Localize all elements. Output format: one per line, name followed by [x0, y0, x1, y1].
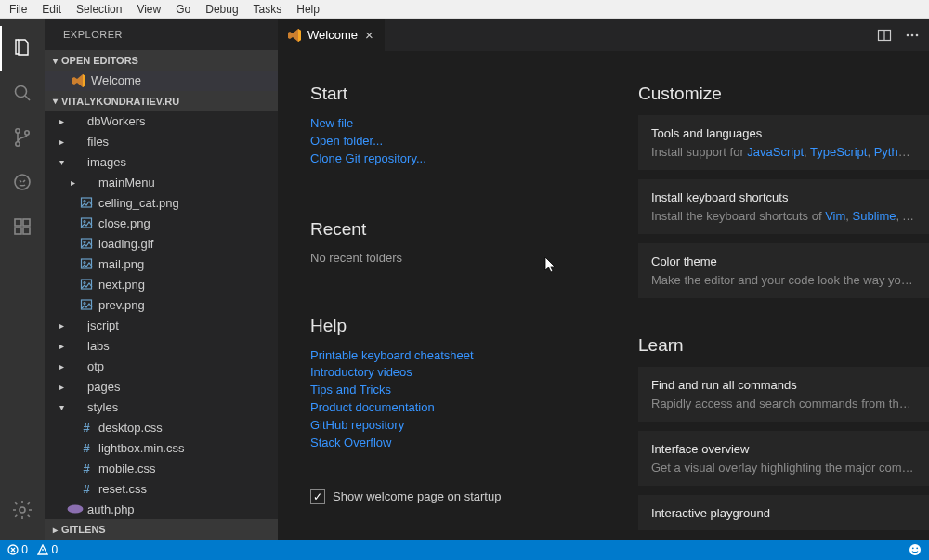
chevron-down-icon: ▾	[48, 96, 61, 106]
bug-icon	[11, 171, 33, 193]
svg-point-11	[84, 201, 85, 202]
card-keyboard-shortcuts[interactable]: Install keyboard shortcuts Install the k…	[638, 179, 929, 234]
chevron-down-icon: ▾	[56, 157, 67, 167]
menubar: File Edit Selection View Go Debug Tasks …	[0, 0, 929, 19]
close-icon[interactable]: ×	[363, 27, 375, 43]
tree-folder[interactable]: ▸dbWorkers	[45, 111, 278, 131]
section-open-editors[interactable]: ▾ OPEN EDITORS	[45, 50, 278, 71]
error-icon	[7, 544, 19, 555]
section-project[interactable]: ▾ VITALYKONDRATIEV.RU	[45, 91, 278, 111]
search-icon	[11, 82, 33, 104]
help-section: Help Printable keyboard cheatsheet Intro…	[310, 316, 601, 452]
link-tips[interactable]: Tips and Tricks	[310, 382, 601, 399]
activity-explorer[interactable]	[0, 26, 45, 71]
link-clone-repo[interactable]: Clone Git repository...	[310, 150, 601, 168]
svg-point-21	[84, 303, 85, 305]
startup-checkbox-row[interactable]: ✓ Show welcome page on startup	[310, 489, 601, 504]
tree-file[interactable]: next.png	[45, 274, 278, 294]
svg-point-26	[916, 33, 919, 36]
tree-file[interactable]: prev.png	[45, 294, 278, 315]
menu-go[interactable]: Go	[168, 1, 198, 18]
tree-file[interactable]: auth.php	[45, 499, 278, 519]
tree-file[interactable]: loading.gif	[45, 233, 278, 254]
link-docs[interactable]: Product documentation	[310, 399, 601, 417]
link-stackoverflow[interactable]: Stack Overflow	[310, 435, 601, 452]
hash-icon: #	[78, 421, 95, 435]
link-github[interactable]: GitHub repository	[310, 417, 601, 435]
link-intro-videos[interactable]: Introductory videos	[310, 364, 601, 382]
tree-folder[interactable]: ▸files	[45, 131, 278, 151]
open-editor-item[interactable]: Welcome	[45, 71, 278, 91]
section-gitlens[interactable]: ▸ GITLENS	[45, 519, 278, 540]
split-editor-icon[interactable]	[877, 28, 892, 43]
tree-file[interactable]: #desktop.css	[45, 417, 278, 437]
link-new-file[interactable]: New file	[310, 115, 601, 133]
activity-search[interactable]	[0, 71, 45, 115]
card-color-theme[interactable]: Color theme Make the editor and your cod…	[638, 243, 929, 298]
vscode-icon	[287, 28, 302, 43]
status-warnings[interactable]: 0	[37, 543, 58, 556]
card-desc: Install the keyboard shortcuts of Vim, S…	[651, 209, 916, 223]
card-title: Tools and languages	[651, 126, 916, 140]
svg-rect-5	[15, 219, 21, 226]
svg-point-28	[909, 544, 921, 555]
menu-file[interactable]: File	[2, 1, 34, 18]
card-find-commands[interactable]: Find and run all commands Rapidly access…	[638, 367, 929, 422]
menu-edit[interactable]: Edit	[34, 1, 69, 18]
card-tools-languages[interactable]: Tools and languages Install support for …	[638, 115, 929, 170]
menu-tasks[interactable]: Tasks	[246, 1, 290, 18]
link-open-folder[interactable]: Open folder...	[310, 133, 601, 150]
tree-label: next.png	[98, 278, 145, 292]
tab-bar: Welcome ×	[278, 19, 929, 51]
tree-file[interactable]: #mobile.css	[45, 458, 278, 478]
tree-file[interactable]: mail.png	[45, 254, 278, 274]
activity-source-control[interactable]	[0, 115, 45, 160]
svg-point-3	[25, 131, 29, 135]
section-label: GITLENS	[61, 524, 106, 535]
help-heading: Help	[310, 316, 601, 336]
svg-point-22	[68, 505, 84, 514]
activity-debug[interactable]	[0, 160, 45, 204]
recent-empty: No recent folders	[310, 251, 402, 265]
chevron-right-icon: ▸	[56, 116, 67, 126]
svg-point-9	[20, 507, 25, 513]
tree-file[interactable]: #lightbox.min.css	[45, 437, 278, 458]
customize-heading: Customize	[638, 84, 929, 104]
tree-folder[interactable]: ▸otp	[45, 356, 278, 376]
vscode-icon	[71, 73, 87, 88]
card-interactive-playground[interactable]: Interactive playground	[638, 495, 929, 530]
menu-debug[interactable]: Debug	[198, 1, 245, 18]
tab-welcome[interactable]: Welcome ×	[278, 19, 385, 51]
activity-settings[interactable]	[0, 488, 45, 532]
svg-point-0	[16, 86, 27, 98]
menu-help[interactable]: Help	[289, 1, 327, 18]
chevron-right-icon: ▸	[56, 382, 67, 392]
tree-folder[interactable]: ▸labs	[45, 335, 278, 356]
activity-bar	[0, 19, 45, 540]
menu-view[interactable]: View	[129, 1, 168, 18]
tree-folder[interactable]: ▸jscript	[45, 315, 278, 335]
tree-folder[interactable]: ▸mainMenu	[45, 172, 278, 192]
status-feedback[interactable]	[909, 543, 922, 556]
start-heading: Start	[310, 84, 601, 104]
tree-file[interactable]: #reset.css	[45, 478, 278, 499]
tree-folder[interactable]: ▾styles	[45, 397, 278, 417]
activity-extensions[interactable]	[0, 204, 45, 249]
menu-selection[interactable]: Selection	[69, 1, 129, 18]
more-icon[interactable]	[905, 28, 920, 43]
tree-folder[interactable]: ▸pages	[45, 376, 278, 397]
tree-folder[interactable]: ▾images	[45, 151, 278, 172]
warning-icon	[37, 544, 48, 555]
image-icon	[78, 257, 95, 270]
svg-point-30	[916, 547, 918, 549]
tree-label: dbWorkers	[87, 114, 146, 128]
image-icon	[78, 196, 95, 209]
tree-file[interactable]: celling_cat.png	[45, 192, 278, 213]
card-interface-overview[interactable]: Interface overview Get a visual overlay …	[638, 431, 929, 486]
tree-file[interactable]: close.png	[45, 213, 278, 233]
svg-rect-7	[23, 228, 30, 234]
checkbox-icon[interactable]: ✓	[310, 489, 325, 504]
section-label: OPEN EDITORS	[61, 55, 138, 66]
link-cheatsheet[interactable]: Printable keyboard cheatsheet	[310, 347, 601, 365]
status-errors[interactable]: 0	[7, 543, 28, 556]
